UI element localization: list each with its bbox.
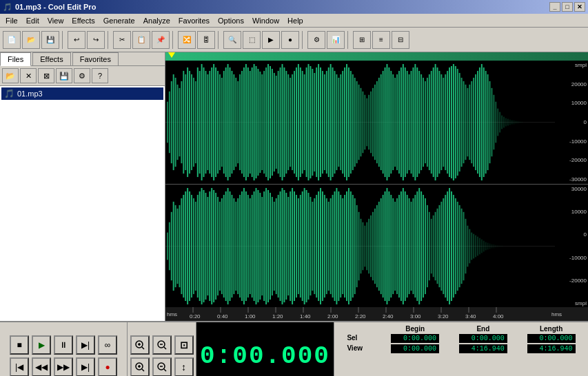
transport-row-1: ■ ▶ ⏸ ▶| ∞	[10, 335, 117, 355]
svg-rect-92	[348, 67, 349, 177]
file-btn-help[interactable]: ?	[92, 68, 108, 83]
stop-button[interactable]: ■	[10, 335, 29, 355]
toolbar-select[interactable]: ⬚	[243, 31, 261, 49]
waveform-channel2[interactable]	[165, 185, 555, 308]
menu-options[interactable]: Options	[214, 15, 248, 26]
svg-rect-243	[292, 188, 293, 304]
toolbar-settings[interactable]: ⚙	[307, 31, 325, 49]
toolbar-undo[interactable]: ↩	[68, 31, 85, 49]
toolbar-new[interactable]: 📄	[3, 31, 21, 49]
toolbar-play[interactable]: ▶	[262, 31, 280, 49]
svg-rect-173	[511, 121, 513, 125]
svg-rect-270	[346, 191, 347, 301]
toolbar-extra3[interactable]: ⊟	[392, 31, 409, 49]
svg-rect-22	[207, 74, 208, 170]
file-btn-open[interactable]: 📂	[2, 68, 19, 83]
pause-button[interactable]: ⏸	[54, 335, 73, 355]
svg-rect-131	[427, 78, 428, 167]
minimize-button[interactable]: _	[549, 2, 560, 12]
menu-help[interactable]: Help	[283, 15, 307, 26]
svg-line-388	[164, 369, 166, 371]
menu-window[interactable]: Window	[248, 15, 283, 26]
zoom-to-selection[interactable]: ⊡	[174, 335, 194, 355]
menu-view[interactable]: View	[43, 15, 68, 26]
svg-rect-104	[372, 88, 374, 156]
svg-rect-233	[272, 197, 273, 295]
svg-rect-181	[167, 233, 168, 260]
svg-rect-333	[473, 234, 474, 259]
rewind-button[interactable]: ◀◀	[32, 357, 51, 376]
svg-rect-291	[388, 191, 389, 301]
tab-files[interactable]: Files	[0, 52, 31, 66]
toolbar-cut[interactable]: ✂	[113, 31, 131, 49]
zoom-in-vertical[interactable]	[130, 357, 150, 376]
svg-rect-245	[296, 195, 297, 297]
forward-end-button[interactable]: ▶|	[76, 357, 95, 376]
close-button[interactable]: ✕	[574, 2, 585, 12]
file-btn-close[interactable]: ✕	[20, 68, 37, 83]
menu-edit[interactable]: Edit	[22, 15, 43, 26]
svg-rect-310	[427, 205, 428, 287]
svg-rect-224	[254, 191, 255, 301]
file-btn-options[interactable]: ⚙	[74, 68, 90, 83]
svg-rect-284	[374, 209, 376, 284]
svg-rect-255	[316, 195, 317, 297]
svg-rect-211	[227, 188, 229, 304]
toolbar-record[interactable]: ●	[281, 31, 299, 49]
svg-rect-110	[385, 67, 386, 177]
svg-rect-124	[412, 67, 414, 177]
svg-rect-194	[193, 198, 194, 294]
svg-rect-238	[282, 188, 283, 304]
svg-rect-4	[171, 81, 172, 163]
zoom-out-horizontal[interactable]	[152, 335, 172, 355]
toolbar-effects[interactable]: 🎛	[197, 31, 215, 49]
toolbar-copy[interactable]: 📋	[132, 31, 150, 49]
file-list: 🎵 01.mp3	[0, 86, 165, 321]
svg-rect-35	[233, 74, 234, 170]
svg-rect-200	[205, 193, 206, 300]
maximize-button[interactable]: □	[562, 2, 573, 12]
file-btn-close-all[interactable]: ⊠	[38, 68, 54, 83]
loop-button[interactable]: ∞	[98, 335, 117, 355]
toolbar-redo[interactable]: ↪	[87, 31, 105, 49]
svg-rect-285	[376, 205, 378, 287]
list-item[interactable]: 🎵 01.mp3	[1, 87, 163, 100]
svg-rect-298	[403, 188, 404, 304]
tab-favorites[interactable]: Favorites	[72, 52, 119, 65]
play-to-end-button[interactable]: ▶|	[76, 335, 95, 355]
svg-rect-267	[340, 195, 341, 297]
zoom-in-horizontal[interactable]	[130, 335, 150, 355]
tab-effects[interactable]: Effects	[32, 52, 70, 65]
toolbar-extra1[interactable]: ⊞	[353, 31, 371, 49]
svg-rect-29	[221, 78, 223, 167]
toolbar-spectrum[interactable]: 📊	[327, 31, 345, 49]
svg-rect-89	[342, 71, 343, 174]
menu-file[interactable]: File	[1, 15, 22, 26]
toolbar-mix[interactable]: 🔀	[178, 31, 196, 49]
waveform-channel1[interactable]	[165, 61, 555, 184]
menu-effects[interactable]: Effects	[68, 15, 99, 26]
menu-favorites[interactable]: Favorites	[174, 15, 214, 26]
svg-text:0:40: 0:40	[217, 313, 228, 320]
toolbar-open[interactable]: 📂	[22, 31, 40, 49]
svg-rect-140	[445, 74, 446, 170]
toolbar-extra2[interactable]: ≡	[372, 31, 390, 49]
toolbar-zoom[interactable]: 🔍	[223, 31, 241, 49]
svg-rect-28	[219, 74, 221, 170]
play-button[interactable]: ▶	[32, 335, 51, 355]
rewind-start-button[interactable]: |◀	[10, 357, 29, 376]
toolbar-sep5	[302, 31, 305, 49]
svg-rect-81	[326, 71, 327, 174]
menu-generate[interactable]: Generate	[99, 15, 139, 26]
svg-rect-96	[356, 81, 358, 163]
svg-rect-64	[292, 74, 293, 170]
file-btn-save[interactable]: 💾	[56, 68, 72, 83]
zoom-full-vertical[interactable]: ↕	[174, 357, 194, 376]
toolbar-save[interactable]: 💾	[41, 31, 59, 49]
zoom-out-vertical[interactable]	[152, 357, 172, 376]
svg-rect-69	[302, 71, 303, 174]
toolbar-paste[interactable]: 📌	[152, 31, 170, 49]
menu-analyze[interactable]: Analyze	[139, 15, 174, 26]
forward-button[interactable]: ▶▶	[54, 357, 73, 376]
record-button[interactable]: ●	[98, 357, 117, 376]
